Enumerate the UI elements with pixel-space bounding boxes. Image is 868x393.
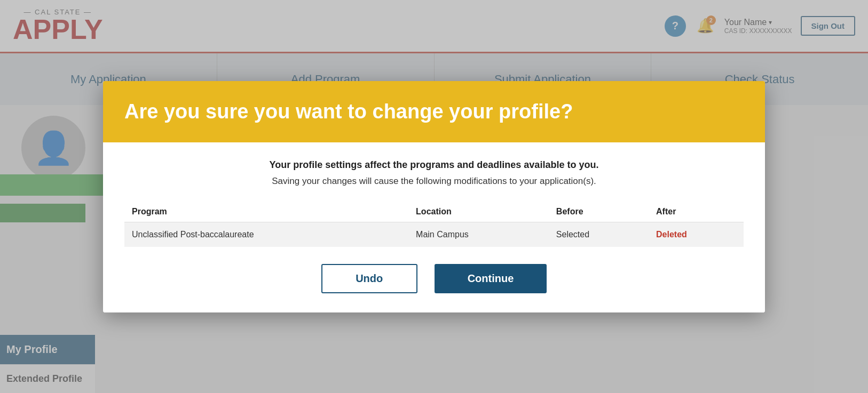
col-location: Location [408, 202, 549, 222]
table-row: Unclassified Post-baccalaureate Main Cam… [124, 222, 744, 247]
modal-header: Are you sure you want to change your pro… [103, 81, 765, 142]
col-before: Before [549, 202, 649, 222]
modal-subtitle: Your profile settings affect the program… [124, 159, 744, 171]
modal-body: Your profile settings affect the program… [103, 142, 765, 312]
deleted-status: Deleted [656, 230, 687, 239]
col-after: After [649, 202, 744, 222]
cell-after: Deleted [649, 222, 744, 247]
modal-description: Saving your changes will cause the follo… [124, 176, 744, 187]
cell-before: Selected [549, 222, 649, 247]
modal-actions: Undo Continue [124, 264, 744, 293]
undo-button[interactable]: Undo [321, 264, 417, 293]
cell-location: Main Campus [408, 222, 549, 247]
modifications-table: Program Location Before After Unclassifi… [124, 202, 744, 247]
confirm-profile-modal: Are you sure you want to change your pro… [103, 81, 765, 312]
cell-program: Unclassified Post-baccalaureate [124, 222, 408, 247]
continue-button[interactable]: Continue [435, 264, 547, 293]
modal-title: Are you sure you want to change your pro… [124, 100, 744, 123]
col-program: Program [124, 202, 408, 222]
